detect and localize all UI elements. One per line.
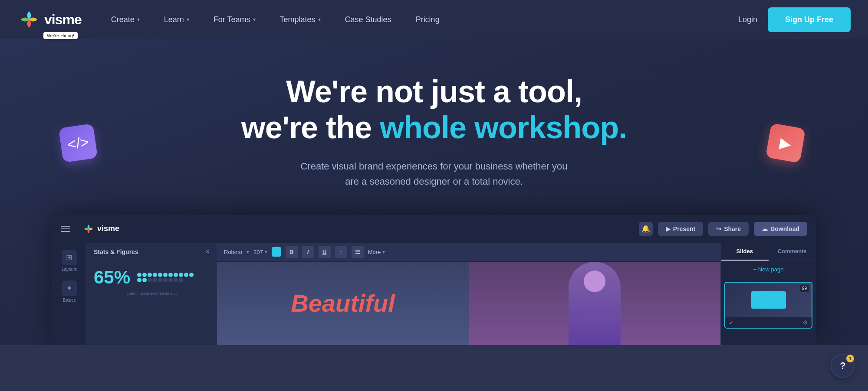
app-logo-mini: visme [82,223,119,235]
download-icon: ☁ [762,225,768,232]
hamburger-menu[interactable] [61,226,70,232]
stat-dot [189,273,194,277]
chevron-down-icon: ▾ [265,249,267,255]
slide-bottom-bar: ✓ ⚙ [725,317,812,328]
panel-title: Stats & Figures [94,248,138,255]
panel-content: 65% [87,261,217,303]
hamburger-line [61,226,70,227]
nav-templates[interactable]: Templates ▾ [268,0,333,39]
nav-links: Create ▾ Learn ▾ For Teams ▾ Templates ▾… [99,0,738,39]
stat-dot [142,273,147,277]
hero-title: We're not just a tool, we're the whole w… [239,74,629,146]
nav-pricing[interactable]: Pricing [404,0,452,39]
tab-comments[interactable]: Comments [769,243,816,261]
close-icon[interactable]: × [206,248,210,256]
app-canvas: Roboto ▾ 207 ▾ B I U ≡ ☰ More ▾ [217,243,720,345]
hero-title-part1: We're not just a tool, [286,74,582,109]
nav-for-teams[interactable]: For Teams ▾ [201,0,268,39]
right-panel-tabs: Slides Comments [721,243,816,261]
new-page-button[interactable]: + New page [721,261,816,278]
hiring-badge: We're Hiring! [43,32,78,39]
chevron-down-icon: ▾ [318,16,321,23]
stat-dot-empty [168,278,173,282]
brand-name: visme [44,12,82,28]
canvas-content: Beautiful [217,262,720,345]
slide-thumbnail[interactable]: 99 ✓ ⚙ [724,282,812,329]
visme-logo-icon [17,8,41,31]
gear-icon[interactable]: ⚙ [802,319,808,326]
signup-button[interactable]: Sign Up Free [768,7,851,32]
present-icon: ▶ [666,225,671,232]
notification-icon[interactable]: 🔔 [639,222,653,236]
chevron-down-icon: ▾ [382,249,385,255]
stat-dot [168,273,173,277]
stat-dot [158,273,162,277]
chevron-down-icon: ▾ [137,16,140,23]
hero-title-part2: we're the [241,110,372,145]
tab-slides[interactable]: Slides [721,243,769,261]
stat-dot-empty [174,278,178,282]
stat-dot-empty [153,278,157,282]
sidebar-item-layouts[interactable]: ⊞ Layouts [62,250,77,272]
stat-dot [179,273,183,277]
bold-button[interactable]: B [286,246,298,258]
align-button[interactable]: ≡ [335,246,347,258]
chevron-down-icon: ▾ [247,249,249,255]
app-visme-logo-icon [82,223,95,235]
font-name: Roboto [224,249,242,255]
hero-subtitle: Create visual brand experiences for your… [299,159,569,189]
navbar: visme We're Hiring! Create ▾ Learn ▾ For… [0,0,868,39]
more-button[interactable]: More ▾ [368,249,385,255]
stat-dot [174,273,178,277]
stat-dot-empty [148,278,152,282]
slide-number: 99 [800,285,809,292]
nav-create[interactable]: Create ▾ [99,0,152,39]
stat-dot [148,273,152,277]
login-button[interactable]: Login [738,15,757,24]
panel-header: Stats & Figures × [87,243,217,261]
stat-dot [137,273,141,277]
present-button[interactable]: ▶ Present [658,222,703,236]
app-topbar-right: 🔔 ▶ Present ↪ Share ☁ Download [639,222,807,236]
hero-section: </> ▶ We're not just a tool, we're the w… [0,39,868,345]
stat-dot-empty [163,278,168,282]
sidebar-item-basics[interactable]: ✦ Basics [62,280,77,303]
panel-stats: 65% [94,268,210,287]
basics-label: Basics [63,298,76,303]
nav-create-label: Create [111,15,135,24]
checkmark-icon: ✓ [729,319,734,326]
color-swatch[interactable] [272,247,281,257]
nav-case-studies[interactable]: Case Studies [333,0,404,39]
app-body: ⊞ Layouts ✦ Basics Stats & Figures × 65% [52,243,816,345]
stat-dot [142,278,147,282]
font-size: 207 ▾ [253,249,267,255]
stat-dot-empty [179,278,183,282]
stat-dot-empty [158,278,162,282]
canvas-right-panel [469,262,720,345]
canvas-person-shape [569,262,621,345]
hamburger-line [61,231,70,232]
present-label: Present [673,225,695,232]
underline-button[interactable]: U [319,246,331,258]
play-icon: ▶ [766,123,806,163]
hamburger-line [61,228,70,229]
list-button[interactable]: ☰ [352,246,364,258]
app-right-panel: Slides Comments + New page 99 ✓ ⚙ [720,243,816,345]
app-brand-name: visme [97,224,119,233]
more-label: More [368,249,381,255]
share-icon: ↪ [716,225,721,232]
slide-thumbnail-preview [725,283,812,317]
basics-icon: ✦ [62,280,77,296]
logo-area[interactable]: visme We're Hiring! [17,8,82,31]
share-label: Share [724,225,741,232]
download-button[interactable]: ☁ Download [754,222,807,236]
italic-button[interactable]: I [302,246,314,258]
nav-learn[interactable]: Learn ▾ [152,0,201,39]
nav-learn-label: Learn [164,15,184,24]
share-button[interactable]: ↪ Share [708,222,749,236]
stat-dot [184,273,188,277]
app-preview: visme 🔔 ▶ Present ↪ Share ☁ Download [52,215,816,345]
layouts-label: Layouts [62,267,77,272]
canvas-left-panel: Beautiful [217,262,469,345]
stat-dot [137,278,141,282]
